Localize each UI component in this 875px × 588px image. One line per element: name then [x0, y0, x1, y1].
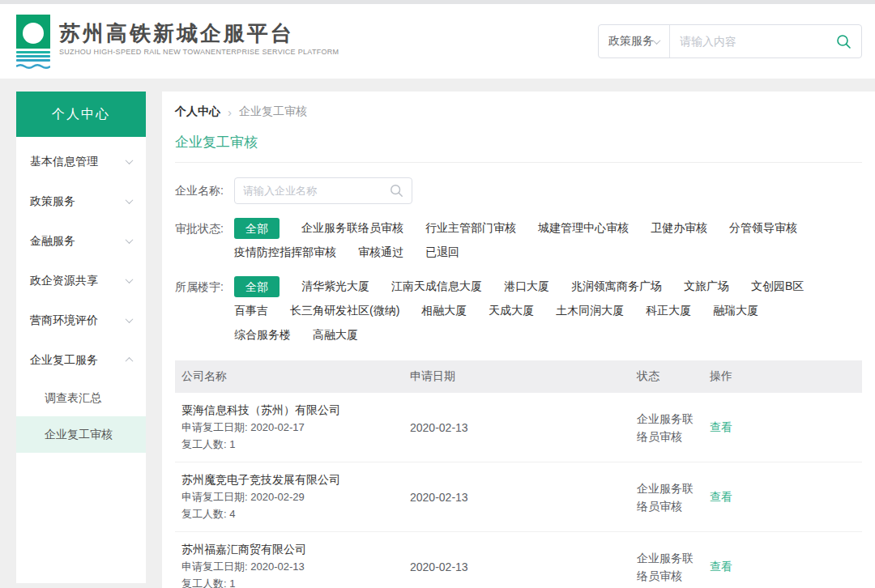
building-option[interactable]: 融瑞大厦: [713, 304, 758, 318]
sidebar-item-finance-service[interactable]: 金融服务: [16, 221, 146, 261]
column-header-status: 状态: [637, 369, 710, 384]
table-row: 苏州魔竞电子竞技发展有限公司 申请复工日期: 2020-02-29 复工人数: …: [175, 462, 862, 532]
sidebar-item-gov-enterprise-resources[interactable]: 政企资源共享: [16, 261, 146, 300]
company-filter-row: 企业名称:: [175, 177, 862, 204]
sidebar-subitem-survey-summary[interactable]: 调查表汇总: [16, 380, 146, 416]
status-cell: 企业服务联络员审核: [637, 549, 700, 585]
sidebar-item-label: 政企资源共享: [30, 274, 98, 288]
brand: 苏州高铁新城企服平台 SUZHOU HIGH-SPEED RAIL NEW TO…: [16, 15, 339, 69]
status-cell: 企业服务联络员审核: [637, 410, 700, 445]
apply-date: 2020-02-13: [410, 421, 637, 434]
building-option[interactable]: 江南天成信息大厦: [391, 279, 482, 294]
status-options: 全部 企业服务联络员审核 行业主管部门审核 城建管理中心审核 卫健办审核 分管领…: [234, 216, 797, 265]
sidebar-item-policy-service[interactable]: 政策服务: [16, 181, 146, 221]
building-option[interactable]: 清华紫光大厦: [301, 279, 369, 294]
sidebar-item-label: 基本信息管理: [30, 155, 98, 169]
building-filter-label: 所属楼宇:: [175, 275, 234, 347]
search-icon[interactable]: [390, 184, 403, 198]
search-icon[interactable]: [836, 34, 861, 49]
wave-line-icon: [16, 63, 50, 69]
building-option[interactable]: 兆润领寓商务广场: [571, 279, 662, 294]
sidebar-item-basic-info[interactable]: 基本信息管理: [16, 142, 146, 181]
column-header-action: 操作: [710, 369, 862, 384]
building-option[interactable]: 土木同润大厦: [556, 304, 624, 318]
column-header-apply-date: 申请日期: [410, 369, 637, 384]
status-option[interactable]: 审核通过: [358, 245, 403, 260]
resume-date-line: 申请复工日期: 2020-02-29: [181, 488, 410, 505]
platform-logo-icon: [16, 15, 50, 69]
building-option[interactable]: 港口大厦: [504, 279, 549, 294]
column-header-company: 公司名称: [181, 369, 410, 384]
table-row: 粟海信息科技（苏州）有限公司 申请复工日期: 2020-02-17 复工人数: …: [175, 393, 862, 462]
building-option[interactable]: 百事吉: [234, 304, 268, 318]
resume-date-line: 申请复工日期: 2020-02-17: [181, 419, 410, 436]
sidebar-item-label: 企业复工服务: [30, 353, 98, 368]
platform-subtitle: SUZHOU HIGH-SPEED RAIL NEW TOWANENTERPRI…: [59, 48, 339, 56]
breadcrumb-current: 企业复工审核: [239, 104, 307, 119]
search-category-value: 政策服务: [608, 34, 654, 49]
sidebar-item-business-environment[interactable]: 营商环境评价: [16, 300, 146, 340]
status-option[interactable]: 卫健办审核: [651, 221, 707, 236]
breadcrumb-separator-icon: ›: [228, 106, 232, 118]
building-option[interactable]: 综合服务楼: [234, 328, 291, 343]
company-search-input[interactable]: [243, 185, 390, 197]
sidebar-item-label: 营商环境评价: [30, 313, 98, 328]
chevron-down-icon: [126, 315, 134, 323]
status-filter-row: 审批状态: 全部 企业服务联络员审核 行业主管部门审核 城建管理中心审核 卫健办…: [175, 216, 862, 265]
view-link[interactable]: 查看: [710, 490, 732, 503]
chevron-down-icon: [126, 275, 134, 283]
sidebar-item-enterprise-resume-service[interactable]: 企业复工服务: [16, 340, 146, 380]
status-option[interactable]: 已退回: [425, 245, 459, 260]
sidebar: 个人中心 基本信息管理 政策服务 金融服务 政企资源共享 营商环境评价: [16, 92, 146, 583]
chevron-up-icon: [126, 357, 134, 365]
building-option[interactable]: 科正大厦: [646, 304, 691, 318]
brand-text: 苏州高铁新城企服平台 SUZHOU HIGH-SPEED RAIL NEW TO…: [59, 15, 339, 57]
breadcrumb: 个人中心 › 企业复工审核: [175, 104, 862, 119]
building-option[interactable]: 文创园B区: [751, 279, 804, 294]
view-link[interactable]: 查看: [710, 420, 732, 433]
building-option[interactable]: 天成大厦: [489, 304, 534, 318]
building-option[interactable]: 文旅广场: [684, 279, 729, 294]
company-search-box: [234, 177, 412, 204]
sidebar-subitem-label: 企业复工审核: [45, 428, 113, 442]
logo-waves-icon: [16, 51, 50, 69]
company-name: 苏州福嘉汇商贸有限公司: [181, 541, 410, 558]
sidebar-item-label: 政策服务: [30, 194, 75, 209]
breadcrumb-root[interactable]: 个人中心: [175, 104, 220, 119]
building-option[interactable]: 相融大厦: [421, 304, 467, 318]
status-filter-label: 审批状态:: [175, 216, 234, 265]
page-title: 企业复工审核: [175, 133, 862, 163]
status-option[interactable]: 疫情防控指挥部审核: [234, 245, 336, 260]
sidebar-subitem-resume-review[interactable]: 企业复工审核: [16, 416, 146, 453]
sidebar-header: 个人中心: [16, 92, 146, 137]
table-header: 公司名称 申请日期 状态 操作: [175, 360, 862, 393]
chevron-down-icon: [653, 36, 661, 45]
view-link[interactable]: 查看: [710, 560, 732, 573]
status-option[interactable]: 行业主管部门审核: [425, 221, 516, 236]
sidebar-menu: 基本信息管理 政策服务 金融服务 政企资源共享 营商环境评价 企业复工服务: [16, 137, 146, 453]
sidebar-item-label: 金融服务: [30, 234, 75, 249]
platform-title: 苏州高铁新城企服平台: [59, 22, 339, 45]
search-category-select[interactable]: 政策服务: [599, 25, 670, 58]
apply-date: 2020-02-13: [410, 491, 637, 504]
chevron-down-icon: [126, 196, 134, 204]
status-option-all[interactable]: 全部: [234, 218, 280, 239]
people-count-line: 复工人数: 4: [181, 505, 410, 522]
sidebar-subitem-label: 调查表汇总: [45, 391, 101, 406]
building-filter-row: 所属楼宇: 全部 清华紫光大厦 江南天成信息大厦 港口大厦 兆润领寓商务广场 文…: [175, 275, 862, 347]
building-option-all[interactable]: 全部: [234, 276, 280, 297]
apply-date: 2020-02-13: [410, 560, 637, 573]
status-option[interactable]: 城建管理中心审核: [538, 221, 629, 236]
review-table: 公司名称 申请日期 状态 操作 粟海信息科技（苏州）有限公司 申请复工日期: 2…: [175, 360, 862, 588]
status-option[interactable]: 企业服务联络员审核: [301, 221, 403, 236]
status-cell: 企业服务联络员审核: [637, 479, 700, 515]
company-name: 粟海信息科技（苏州）有限公司: [181, 402, 410, 419]
app-header: 苏州高铁新城企服平台 SUZHOU HIGH-SPEED RAIL NEW TO…: [0, 4, 875, 79]
company-name: 苏州魔竞电子竞技发展有限公司: [181, 471, 410, 488]
status-option[interactable]: 分管领导审核: [729, 221, 797, 236]
people-count-line: 复工人数: 1: [181, 575, 410, 588]
building-option[interactable]: 长三角研发社区(微纳): [290, 304, 399, 318]
logo-circle: [23, 23, 44, 44]
building-option[interactable]: 高融大厦: [313, 328, 358, 343]
header-search-input[interactable]: [670, 25, 836, 58]
